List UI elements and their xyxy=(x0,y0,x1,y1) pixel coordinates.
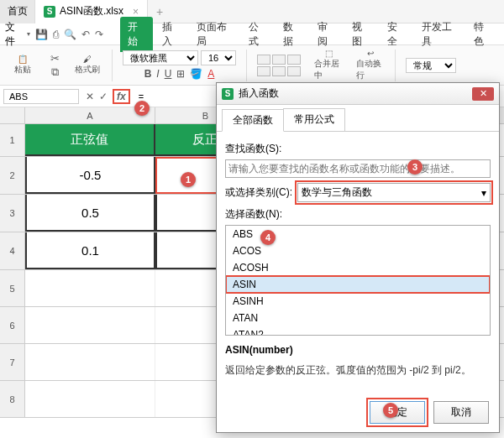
bold-icon[interactable]: B xyxy=(144,68,152,80)
merge-icon: ⬚ xyxy=(325,49,333,58)
wps-sheet-icon: S xyxy=(44,6,55,18)
dialog-close-button[interactable]: ✕ xyxy=(472,87,494,101)
align-grid[interactable] xyxy=(257,55,301,76)
select-all-corner[interactable] xyxy=(0,107,25,123)
border-icon[interactable]: ⊞ xyxy=(176,68,185,80)
print-icon[interactable]: ⎙ xyxy=(53,29,59,40)
undo-icon[interactable]: ↶ xyxy=(81,29,90,40)
row-header[interactable]: 4 xyxy=(0,232,25,269)
search-label: 查找函数(S): xyxy=(225,142,491,156)
cancel-formula-icon[interactable]: ✕ xyxy=(86,91,94,102)
wrap-button[interactable]: ↩ 自动换行 xyxy=(356,51,385,80)
format-painter-button[interactable]: 🖌 格式刷 xyxy=(73,51,102,80)
paste-button[interactable]: 📋 粘贴 xyxy=(8,51,37,80)
row-header[interactable]: 8 xyxy=(0,381,25,417)
preview-icon[interactable]: 🔍 xyxy=(64,29,76,40)
tab-common-formulas[interactable]: 常用公式 xyxy=(283,108,345,131)
callout-2: 2 xyxy=(134,101,150,116)
category-label: 或选择类别(C): xyxy=(225,185,292,200)
cancel-button[interactable]: 取消 xyxy=(433,401,489,424)
chevron-down-icon: ▾ xyxy=(481,187,486,199)
fn-item[interactable]: ACOSH xyxy=(226,259,490,276)
brush-icon: 🖌 xyxy=(83,55,92,64)
ribbon-tab-special[interactable]: 特色 xyxy=(466,17,499,52)
insert-function-dialog: S 插入函数 ✕ 全部函数 常用公式 查找函数(S): 或选择类别(C): 数学… xyxy=(216,82,500,433)
italic-icon[interactable]: I xyxy=(156,68,159,80)
fn-item[interactable]: ATAN2 xyxy=(226,326,490,336)
tab-all-functions[interactable]: 全部函数 xyxy=(222,109,284,132)
font-size-select[interactable]: 16 xyxy=(201,50,236,65)
wps-sheet-icon: S xyxy=(222,88,234,100)
callout-1: 1 xyxy=(181,172,196,187)
accept-formula-icon[interactable]: ✓ xyxy=(99,91,108,102)
cell-a4[interactable]: 0.1 xyxy=(25,232,155,269)
row-header[interactable]: 1 xyxy=(0,124,25,156)
ribbon-tab-layout[interactable]: 页面布局 xyxy=(189,17,239,52)
callout-5: 5 xyxy=(383,403,398,418)
name-box[interactable] xyxy=(3,89,79,104)
clipboard-icon: 📋 xyxy=(18,55,28,64)
redo-icon[interactable]: ↷ xyxy=(95,29,103,40)
select-function-label: 选择函数(N): xyxy=(225,207,491,222)
function-description: 返回给定参数的反正弦。弧度值的范围为 -pi/2 到 pi/2。 xyxy=(225,362,491,378)
cut-icon[interactable]: ✂ xyxy=(50,52,60,65)
ribbon-tab-insert[interactable]: 插入 xyxy=(155,17,187,52)
callout-4: 4 xyxy=(260,230,276,245)
font-color-icon[interactable]: A xyxy=(207,68,214,80)
fn-item[interactable]: ASINH xyxy=(226,293,490,310)
ribbon-tab-data[interactable]: 数据 xyxy=(276,17,308,52)
font-select[interactable]: 微软雅黑 xyxy=(123,50,198,65)
ribbon-tab-view[interactable]: 视图 xyxy=(344,17,377,52)
fn-item-selected[interactable]: ASIN xyxy=(226,276,490,293)
underline-icon[interactable]: U xyxy=(165,68,172,80)
fn-item[interactable]: ATAN xyxy=(226,310,490,326)
search-function-input[interactable] xyxy=(225,159,491,178)
ribbon-tab-start[interactable]: 开始 xyxy=(120,17,153,52)
dialog-title: 插入函数 xyxy=(239,86,467,101)
row-header[interactable]: 2 xyxy=(0,157,25,194)
menu-label: 文件 xyxy=(5,20,24,49)
ribbon-tab-dev[interactable]: 开发工具 xyxy=(414,17,465,52)
ribbon-tab-review[interactable]: 审阅 xyxy=(310,17,343,52)
fill-color-icon[interactable]: 🪣 xyxy=(190,68,202,80)
callout-3: 3 xyxy=(407,159,423,175)
category-select[interactable]: 数学与三角函数 ▾ xyxy=(297,183,491,202)
insert-function-button[interactable]: fx xyxy=(113,89,130,104)
row-header[interactable]: 5 xyxy=(0,270,25,306)
fn-item[interactable]: ACOS xyxy=(226,242,490,259)
cell-a2[interactable]: -0.5 xyxy=(25,157,155,194)
filename: ASIN函数.xlsx xyxy=(60,4,123,18)
cell-a3[interactable]: 0.5 xyxy=(25,195,155,232)
wrap-icon: ↩ xyxy=(367,49,374,58)
merge-button[interactable]: ⬚ 合并居中 xyxy=(314,51,343,80)
row-header[interactable]: 3 xyxy=(0,195,25,232)
save-icon[interactable]: 💾 xyxy=(35,29,48,40)
row-header[interactable]: 6 xyxy=(0,307,25,343)
ribbon-tab-formula[interactable]: 公式 xyxy=(241,17,274,52)
number-format-select[interactable]: 常规 xyxy=(406,58,456,73)
close-icon[interactable]: × xyxy=(133,6,139,18)
cell-a1[interactable]: 正弦值 xyxy=(25,124,155,156)
row-header[interactable]: 7 xyxy=(0,344,25,380)
chevron-down-icon: ▾ xyxy=(27,30,30,38)
ribbon-tab-security[interactable]: 安全 xyxy=(380,17,412,52)
file-menu[interactable]: 文件 ▾ xyxy=(5,20,30,49)
copy-icon[interactable]: ⧉ xyxy=(51,65,59,79)
function-signature: ASIN(number) xyxy=(225,344,491,356)
